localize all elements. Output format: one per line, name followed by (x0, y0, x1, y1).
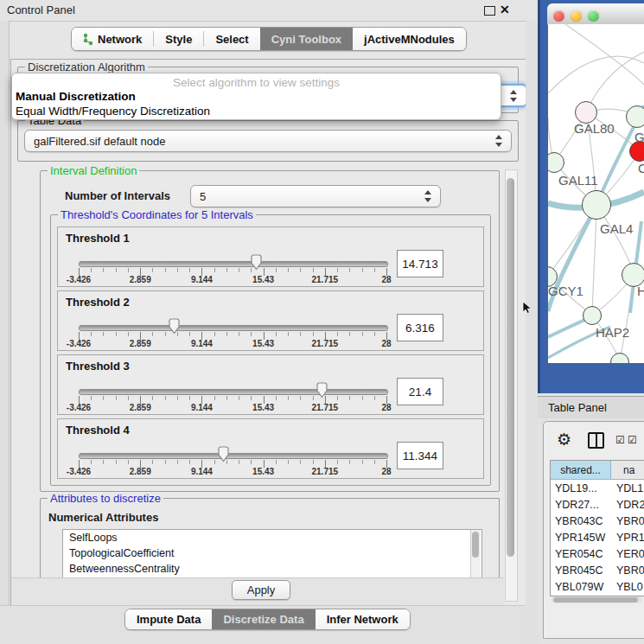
tab-infer-network[interactable]: Infer Network (316, 609, 410, 629)
panel-scrollbar-thumb[interactable] (507, 178, 514, 557)
table-row[interactable]: YPR145WYPR1 (551, 529, 644, 545)
table-row[interactable]: YER054CYER0 (551, 545, 644, 562)
number-of-intervals-combo[interactable]: 5 (190, 185, 441, 207)
float-window-icon[interactable] (484, 6, 495, 16)
dropdown-placeholder-option[interactable]: Select algorithm to view settings (12, 76, 501, 89)
number-of-intervals-value: 5 (200, 190, 206, 203)
combo-arrows-icon (424, 190, 432, 202)
threshold-3-slider-thumb[interactable] (316, 382, 328, 399)
table-horizontal-scrollbar-thumb[interactable] (553, 597, 638, 603)
network-window-titlebar[interactable] (547, 3, 644, 25)
cell-name[interactable]: YDL1 (610, 482, 644, 494)
column-header-name[interactable]: na (611, 461, 644, 479)
panel-gutter (526, 21, 538, 644)
threshold-2-value[interactable]: 6.316 (397, 314, 443, 341)
table-row[interactable]: YDL19...YDL1 (551, 480, 644, 496)
threshold-2-slider-track[interactable] (79, 325, 388, 331)
gear-icon[interactable]: ⚙ (557, 430, 571, 450)
discretization-algorithm-group-title: Discretization Algorithm (25, 61, 148, 73)
attribute-list-item[interactable]: BetweennessCentrality (63, 561, 481, 577)
tab-impute-data[interactable]: Impute Data (125, 609, 212, 629)
node-label-h: H (637, 284, 644, 298)
slider-tick-labels: -3.4262.8599.14415.4321.71528 (79, 403, 386, 413)
threshold-1-slider-thumb[interactable] (250, 254, 263, 271)
tab-network[interactable]: Network (72, 28, 153, 50)
attributes-list-scrollbar-thumb[interactable] (472, 532, 479, 558)
table-rows: YDL19...YDL1YDR27...YDR2YBR043CYBR0YPR14… (551, 480, 644, 596)
tab-discretize-data[interactable]: Discretize Data (212, 609, 315, 629)
control-panel: Control Panel ✕ Network Style Select Cy (0, 0, 536, 644)
cell-name[interactable]: YBR0 (610, 515, 644, 527)
cell-name[interactable]: YBL0 (610, 581, 644, 593)
node-label-gal80: GAL80 (574, 121, 615, 136)
network-icon (83, 33, 93, 46)
apply-button[interactable]: Apply (232, 580, 290, 600)
minimize-traffic-light-icon[interactable] (571, 10, 582, 22)
table-row[interactable]: YBL079WYBL0 (551, 578, 644, 595)
cell-shared-name[interactable]: YBL079W (551, 581, 610, 593)
threshold-1-slider-track[interactable] (79, 261, 388, 267)
numerical-attributes-list[interactable]: SelfLoopsTopologicalCoefficientBetweenne… (62, 529, 482, 580)
attribute-list-item[interactable]: SelfLoops (63, 530, 481, 545)
table-header-row: shared... na (551, 461, 644, 480)
table-data-combo[interactable]: galFiltered.sif default node (24, 130, 512, 152)
threshold-1-panel: Threshold 1 -3.4262.8599.14415.4321.7152… (57, 226, 484, 287)
threshold-3-slider-track[interactable] (79, 389, 388, 395)
cell-shared-name[interactable]: YBR043C (551, 515, 610, 527)
cell-name[interactable]: YPR1 (610, 532, 644, 544)
close-icon[interactable]: ✕ (500, 3, 510, 16)
threshold-1-label: Threshold 1 (66, 232, 130, 245)
threshold-2-panel: Threshold 2 -3.4262.8599.14415.4321.7152… (57, 290, 484, 351)
table-data-selected-value: galFiltered.sif default node (34, 135, 165, 148)
threshold-4-slider-thumb[interactable] (217, 446, 230, 462)
node-label-gal4: GAL4 (600, 221, 633, 236)
table-row[interactable]: YDR27...YDR2 (551, 496, 644, 513)
threshold-1-value[interactable]: 14.713 (397, 250, 443, 277)
node-label-hap2: HAP2 (596, 325, 629, 340)
bottom-tab-bar: Impute Data Discretize Data Infer Networ… (124, 609, 411, 630)
tab-jactivemnodules[interactable]: jActiveMNodules (353, 28, 466, 50)
slider-tick-labels: -3.4262.8599.14415.4321.71528 (79, 275, 386, 285)
network-canvas[interactable]: GAL80 GA C GAL11 GAL4 GCY1 H HAP2 (548, 24, 644, 363)
close-traffic-light-icon[interactable] (553, 10, 564, 22)
tab-select[interactable]: Select (204, 28, 259, 50)
checkbox-select-all-icon[interactable]: ☑ (628, 434, 637, 446)
network-node-ga[interactable] (626, 105, 644, 128)
threshold-2-slider-thumb[interactable] (168, 318, 181, 335)
zoom-traffic-light-icon[interactable] (588, 10, 599, 22)
table-row[interactable]: YBR043CYBR0 (551, 513, 644, 529)
cell-name[interactable]: YER0 (610, 548, 644, 560)
threshold-3-label: Threshold 3 (66, 360, 130, 373)
table-row[interactable]: YBR045CYBR0 (551, 562, 644, 578)
cell-shared-name[interactable]: YDR27... (551, 499, 610, 511)
cell-name[interactable]: YDR2 (610, 499, 644, 511)
cell-shared-name[interactable]: YBR045C (551, 564, 610, 577)
threshold-3-value[interactable]: 21.4 (397, 378, 443, 405)
split-columns-icon[interactable] (588, 432, 604, 449)
cell-shared-name[interactable]: YER054C (551, 548, 610, 560)
threshold-4-value[interactable]: 11.344 (397, 442, 443, 469)
table-panel-header: Table Panel (538, 396, 644, 419)
attributes-group-title: Attributes to discretize (48, 492, 163, 505)
network-node-hap2[interactable] (583, 306, 602, 325)
node-label-gcy1: GCY1 (548, 284, 583, 298)
column-header-shared-name[interactable]: shared... (551, 461, 611, 479)
network-node-gal4[interactable] (582, 190, 611, 220)
tab-cyni-toolbox[interactable]: Cyni Toolbox (260, 28, 353, 50)
threshold-4-label: Threshold 4 (66, 424, 130, 437)
dropdown-option-equal-width[interactable]: Equal Width/Frequency Discretization (16, 105, 210, 118)
dropdown-option-manual-discretization[interactable]: Manual Discretization (16, 90, 136, 103)
cell-shared-name[interactable]: YPR145W (551, 532, 610, 544)
cell-shared-name[interactable]: YDL19... (551, 482, 610, 494)
top-tab-bar: Network Style Select Cyni Toolbox jActiv… (71, 27, 467, 51)
attribute-list-item[interactable]: TopologicalCoefficient (63, 545, 481, 561)
tab-style[interactable]: Style (154, 28, 203, 50)
table-panel-toolbar: ⚙ ☑ ☑ (550, 429, 644, 455)
algorithm-dropdown-popup: Select algorithm to view settings Manual… (11, 73, 501, 120)
threshold-4-slider-track[interactable] (79, 453, 388, 459)
combo-arrows-icon (510, 90, 518, 102)
slider-tick-labels: -3.4262.8599.14415.4321.71528 (79, 467, 386, 477)
cell-name[interactable]: YBR0 (610, 564, 644, 577)
checkbox-select-icon[interactable]: ☑ (615, 434, 625, 446)
node-attribute-table[interactable]: shared... na YDL19...YDL1YDR27...YDR2YBR… (550, 460, 644, 596)
